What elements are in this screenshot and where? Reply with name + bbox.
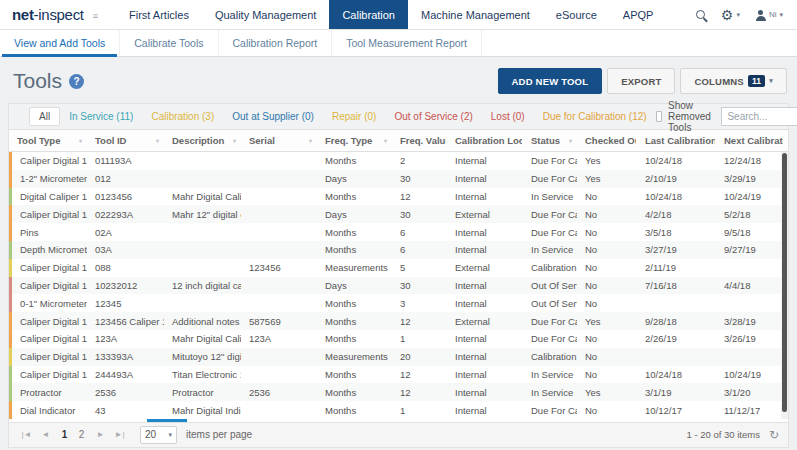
table-cell: Months (317, 369, 392, 380)
table-row[interactable]: Caliper Digital 12"123456 Caliper 12"Add… (9, 312, 788, 330)
table-cell: 10/24/18 (637, 369, 716, 380)
table-row[interactable]: Caliper Digital 12"088123456Measurements… (9, 259, 788, 277)
first-page-button[interactable]: |◄ (18, 426, 35, 443)
table-row[interactable]: Caliper Digital 12"022293AMahr 12" digit… (9, 205, 788, 223)
column-header-serial[interactable]: Serial▾ (241, 130, 317, 151)
tab-calibrate-tools[interactable]: Calibrate Tools (120, 30, 218, 56)
table-row[interactable]: 0-1" Micrometer12345Months3InternalOut O… (9, 294, 788, 312)
nav-item-apqp[interactable]: APQP (610, 0, 667, 29)
filter-tab-repair[interactable]: Repair (0) (323, 107, 385, 126)
page-number-1[interactable]: 1 (56, 426, 73, 443)
columns-button[interactable]: COLUMNS 11 ▾ (680, 68, 787, 94)
table-cell: 9/27/19 (716, 244, 784, 255)
column-header-status[interactable]: Status▾ (523, 130, 577, 151)
table-row[interactable]: Protractor2536Protractor2536Months12Inte… (9, 383, 788, 401)
table-row[interactable]: Caliper Digital 12"244493ATitan Electron… (9, 366, 788, 384)
column-label: Calibration Locat... (455, 135, 523, 146)
column-header-tool-type[interactable]: Tool Type▾ (9, 130, 87, 151)
filter-tab-all[interactable]: All (29, 107, 60, 126)
tab-calibration-report[interactable]: Calibration Report (219, 30, 333, 56)
top-navbar: net-inspect ≡ First ArticlesQuality Mana… (0, 0, 797, 30)
table-cell: 133393A (87, 351, 164, 362)
table-cell: Mitutoyo 12" digital... (164, 351, 241, 362)
table-row[interactable]: Caliper Digital 12"123AMahr Digital Cali… (9, 330, 788, 348)
table-row[interactable]: Digital Caliper 10"0123456Mahr Digital C… (9, 188, 788, 206)
column-header-last-calibration[interactable]: Last Calibration ...▾ (637, 130, 716, 151)
filter-tab-out-at-supplier[interactable]: Out at Supplier (0) (223, 107, 323, 126)
table-cell: Days (317, 280, 392, 291)
table-cell: 43 (87, 405, 164, 416)
table-row[interactable]: Depth Micrometer03AMonths6InternalIn Ser… (9, 241, 788, 259)
column-header-checked-out[interactable]: Checked Out▾ (577, 130, 637, 151)
column-header-freq-value[interactable]: Freq. Value▾ (392, 130, 447, 151)
table-cell: Internal (447, 173, 523, 184)
help-icon[interactable]: ? (69, 74, 84, 89)
tab-tool-measurement-report[interactable]: Tool Measurement Report (332, 30, 482, 56)
table-cell: 012 (87, 173, 164, 184)
nav-item-first-articles[interactable]: First Articles (116, 0, 202, 29)
pager-right: 1 - 20 of 30 items ↻ (687, 428, 779, 442)
filter-tab-out-of-service[interactable]: Out of Service (2) (385, 107, 481, 126)
table-cell: 10/24/18 (637, 191, 716, 202)
table-row[interactable]: Caliper Digital 12"011193AMonths2Interna… (9, 152, 788, 170)
prev-page-button[interactable]: ◄ (37, 426, 54, 443)
table-cell: 123A (87, 333, 164, 344)
table-cell: Due For Calibr... (523, 173, 577, 184)
filter-tab-calibration[interactable]: Calibration (3) (142, 107, 223, 126)
table-cell: Internal (447, 387, 523, 398)
settings-menu[interactable]: ⚙ ▾ (721, 8, 740, 22)
table-cell: External (447, 316, 523, 327)
user-initials: Ni (769, 10, 777, 19)
filter-tab-in-service[interactable]: In Service (11) (60, 107, 142, 126)
app-logo[interactable]: net-inspect (0, 0, 90, 29)
table-cell: In Service (523, 191, 577, 202)
next-page-button[interactable]: ► (92, 426, 109, 443)
table-cell: Digital Caliper 10" (12, 191, 87, 202)
nav-item-esource[interactable]: eSource (543, 0, 610, 29)
table-cell: 11/12/17 (716, 405, 784, 416)
search-input[interactable] (721, 107, 797, 126)
table-cell: In Service (523, 387, 577, 398)
sub-navbar: View and Add ToolsCalibrate ToolsCalibra… (0, 30, 797, 57)
nav-item-quality-management[interactable]: Quality Management (202, 0, 330, 29)
table-cell: 3/1/20 (716, 387, 784, 398)
table-row[interactable]: Caliper Digital 12"1023201212 inch digit… (9, 277, 788, 295)
column-header-tool-id[interactable]: Tool ID▾ (87, 130, 164, 151)
filter-bar: AllIn Service (11)Calibration (3)Out at … (9, 104, 788, 130)
nav-item-calibration[interactable]: Calibration (329, 0, 408, 29)
last-page-button[interactable]: ►| (111, 426, 128, 443)
table-cell: Months (317, 316, 392, 327)
tab-view-and-add-tools[interactable]: View and Add Tools (0, 30, 120, 56)
add-new-tool-button[interactable]: ADD NEW TOOL (498, 68, 603, 94)
column-header-freq-type[interactable]: Freq. Type▾ (317, 130, 392, 151)
search-icon[interactable] (696, 10, 705, 19)
vertical-scrollbar-thumb[interactable] (782, 153, 787, 412)
page-size-select[interactable]: 20 ▾ (140, 426, 177, 444)
column-header-description[interactable]: Description▾ (164, 130, 241, 151)
table-cell: Due For Calibr... (523, 405, 577, 416)
table-row[interactable]: Dial Indicator43Mahr Digital IndicatorMo… (9, 401, 788, 419)
filter-tab-due-for-calibration[interactable]: Due for Calibration (12) (534, 107, 656, 126)
sort-caret-icon: ▾ (156, 137, 159, 144)
column-header-next-calibration[interactable]: Next Calibration ...▾ (716, 130, 784, 151)
pager: |◄ ◄ 12 ► ►| 20 ▾ items per page 1 - 20 … (9, 422, 788, 447)
table-cell: Internal (447, 369, 523, 380)
table-row[interactable]: Caliper Digital 12"133393AMitutoyo 12" d… (9, 348, 788, 366)
page-number-2[interactable]: 2 (73, 426, 90, 443)
show-removed-checkbox[interactable] (656, 111, 662, 122)
table-cell: No (577, 262, 637, 273)
table-cell: Internal (447, 351, 523, 362)
chevron-down-icon: ▾ (779, 11, 783, 19)
user-menu[interactable]: Ni ▾ (756, 10, 783, 20)
column-header-calibration-locat[interactable]: Calibration Locat...▾ (447, 130, 523, 151)
table-cell: Caliper Digital 12" (12, 369, 87, 380)
filter-tab-lost[interactable]: Lost (0) (482, 107, 534, 126)
table-cell: Mahr Digital Caliper (164, 333, 241, 344)
sort-caret-icon: ▾ (309, 137, 312, 144)
export-button[interactable]: EXPORT (607, 68, 675, 94)
table-row[interactable]: 1-2" Micrometer012Days30InternalDue For … (9, 170, 788, 188)
table-cell: No (577, 351, 637, 362)
refresh-icon[interactable]: ↻ (769, 428, 779, 442)
nav-item-machine-management[interactable]: Machine Management (408, 0, 543, 29)
table-row[interactable]: Pins02AMonths6InternalDue For Calibr...N… (9, 223, 788, 241)
